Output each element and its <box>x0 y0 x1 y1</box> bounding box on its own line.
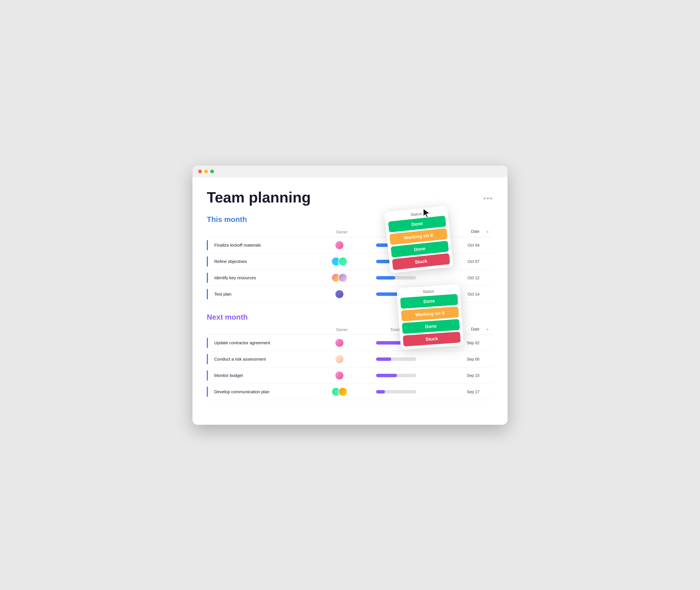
owner-cell <box>320 355 358 364</box>
row-accent-bar <box>207 273 208 283</box>
avatar <box>335 338 344 348</box>
add-column-button[interactable]: + <box>482 327 493 333</box>
owner-cell <box>320 338 358 348</box>
status-badge-working[interactable]: Working on it <box>401 306 459 321</box>
task-name-label: Update contractor agreement <box>214 340 270 345</box>
task-name-label: Develop communication plan <box>214 389 270 394</box>
close-dot[interactable] <box>198 170 202 173</box>
table-row: Identify key resources Oct 12 <box>207 270 493 286</box>
timeline-fill <box>376 243 388 247</box>
row-accent-bar <box>207 240 208 250</box>
avatar-group <box>335 240 344 250</box>
row-accent-bar <box>207 370 208 381</box>
task-name-cell: Finalize kickoff materials <box>207 240 320 250</box>
timeline-fill <box>376 374 397 377</box>
row-accent-bar <box>207 338 208 348</box>
timeline-cell <box>358 390 434 394</box>
task-name-label: Monitor budget <box>214 373 243 378</box>
table-row: Monitor budget Sep 15 <box>207 368 493 384</box>
owner-cell <box>320 387 358 396</box>
timeline-fill <box>376 276 395 280</box>
status-badge-done-2[interactable]: Done <box>402 319 460 334</box>
row-accent-bar <box>207 387 208 397</box>
date-cell: Sep 15 <box>434 373 482 378</box>
avatar-group <box>331 387 347 396</box>
timeline-cell <box>358 358 434 361</box>
maximize-dot[interactable] <box>210 170 214 173</box>
timeline-cell <box>358 276 434 280</box>
date-cell: Oct 12 <box>434 276 482 280</box>
owner-column-header: Owner <box>323 229 360 235</box>
status-badge-stuck[interactable]: Stuck <box>403 331 461 346</box>
task-name-label: Conduct a risk assessment <box>214 357 266 362</box>
task-name-label: Finalize kickoff materials <box>214 242 261 248</box>
browser-bar <box>192 166 508 177</box>
avatar-group <box>331 257 347 266</box>
task-name-cell: Monitor budget <box>207 370 320 381</box>
avatar-group <box>335 371 344 380</box>
avatar <box>335 240 344 250</box>
avatar <box>338 387 347 396</box>
task-name-cell: Conduct a risk assessment <box>207 354 320 364</box>
avatar-group <box>335 355 344 364</box>
owner-cell <box>320 257 358 266</box>
page-title: Team planning <box>207 189 493 206</box>
this-month-heading: This month <box>207 215 493 224</box>
timeline-cell <box>358 374 434 377</box>
status-card-title: Status <box>400 287 457 296</box>
browser-window: ••• Team planning This month Owner Timel… <box>192 166 508 425</box>
timeline-bar <box>376 358 416 361</box>
this-month-table-header: Owner Timeline Date + <box>207 227 493 237</box>
task-name-cell: Refine objectives <box>207 256 320 267</box>
task-name-cell: Update contractor agreement <box>207 338 320 348</box>
avatar <box>335 371 344 380</box>
task-name-label: Test plan <box>214 292 231 296</box>
owner-cell <box>320 290 358 299</box>
row-accent-bar <box>207 289 208 299</box>
task-name-label: Identify key resources <box>214 275 256 280</box>
avatar <box>335 290 344 299</box>
avatar-group <box>335 290 344 299</box>
row-accent-bar <box>207 256 208 267</box>
owner-cell <box>320 273 358 282</box>
avatar-group <box>331 273 347 282</box>
more-options-button[interactable]: ••• <box>484 194 493 202</box>
timeline-bar <box>376 276 416 280</box>
avatar <box>338 257 347 266</box>
status-dropdown-card-2: Status Done Working on it Done Stuck <box>397 284 464 350</box>
task-name-label: Refine objectives <box>214 259 247 264</box>
avatar-group <box>335 338 344 348</box>
avatar <box>335 355 344 364</box>
task-name-cell: Test plan <box>207 289 320 299</box>
row-accent-bar <box>207 354 208 364</box>
date-cell: Sep 06 <box>434 357 482 362</box>
task-name-cell: Identify key resources <box>207 273 320 283</box>
avatar <box>338 273 347 282</box>
task-column-header <box>207 229 323 235</box>
task-name-cell: Develop communication plan <box>207 387 320 397</box>
table-row: Develop communication plan Sep 17 <box>207 384 493 400</box>
status-badge-done[interactable]: Done <box>400 294 458 309</box>
table-row: Conduct a risk assessment Sep 06 <box>207 351 493 368</box>
owner-cell <box>320 240 358 250</box>
date-cell: Sep 17 <box>434 390 482 394</box>
owner-column-header: Owner <box>323 327 360 333</box>
timeline-bar <box>376 374 416 377</box>
task-column-header <box>207 327 323 333</box>
minimize-dot[interactable] <box>204 170 208 173</box>
timeline-fill <box>376 390 385 394</box>
status-dropdown-card-1: Status Done Working on it Done Stuck <box>384 206 453 273</box>
timeline-fill <box>376 358 391 361</box>
main-content: ••• Team planning This month Owner Timel… <box>192 177 508 425</box>
timeline-bar <box>376 390 416 394</box>
owner-cell <box>320 371 358 380</box>
add-column-button[interactable]: + <box>482 229 493 235</box>
